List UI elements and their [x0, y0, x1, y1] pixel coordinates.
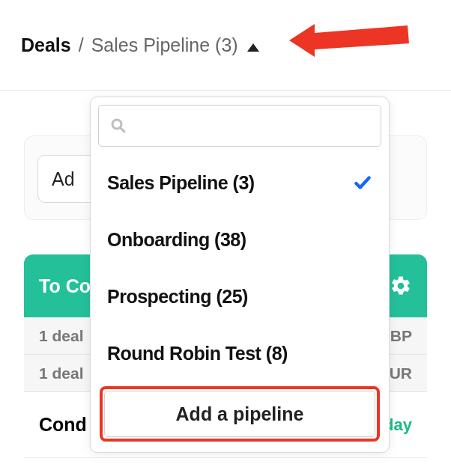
search-field[interactable] — [98, 105, 381, 147]
svg-line-2 — [121, 128, 124, 132]
pipeline-dropdown: Sales Pipeline (3) Onboarding (38) Prosp… — [90, 97, 390, 453]
pipeline-option-sales[interactable]: Sales Pipeline (3) — [91, 154, 389, 211]
column-title: To Co — [39, 275, 91, 297]
search-icon — [109, 117, 127, 135]
pipeline-option-label: Round Robin Test (8) — [107, 343, 288, 364]
check-icon — [353, 173, 372, 192]
gear-icon[interactable] — [390, 275, 412, 297]
pipeline-option-onboarding[interactable]: Onboarding (38) — [91, 211, 389, 268]
breadcrumb-current[interactable]: Sales Pipeline (3) — [91, 34, 238, 56]
pipeline-option-label: Sales Pipeline (3) — [107, 172, 255, 194]
annotation-highlight: Add a pipeline — [100, 386, 380, 442]
search-input[interactable] — [135, 106, 381, 146]
summary-left: 1 deal — [39, 364, 84, 382]
breadcrumb: Deals / Sales Pipeline (3) — [0, 0, 451, 56]
pipeline-option-label: Onboarding (38) — [107, 229, 246, 251]
deal-title: Cond — [39, 414, 87, 436]
add-button-label: Ad — [52, 168, 75, 190]
breadcrumb-root[interactable]: Deals — [21, 34, 71, 56]
divider — [0, 90, 451, 91]
add-pipeline-label: Add a pipeline — [176, 403, 304, 425]
pipeline-option-prospecting[interactable]: Prospecting (25) — [91, 268, 389, 325]
summary-left: 1 deal — [39, 327, 84, 345]
add-pipeline-button[interactable]: Add a pipeline — [104, 391, 375, 437]
pipeline-option-round-robin[interactable]: Round Robin Test (8) — [91, 325, 389, 382]
pipeline-option-label: Prospecting (25) — [107, 286, 248, 308]
caret-up-icon[interactable] — [247, 43, 259, 52]
breadcrumb-separator: / — [79, 34, 84, 56]
